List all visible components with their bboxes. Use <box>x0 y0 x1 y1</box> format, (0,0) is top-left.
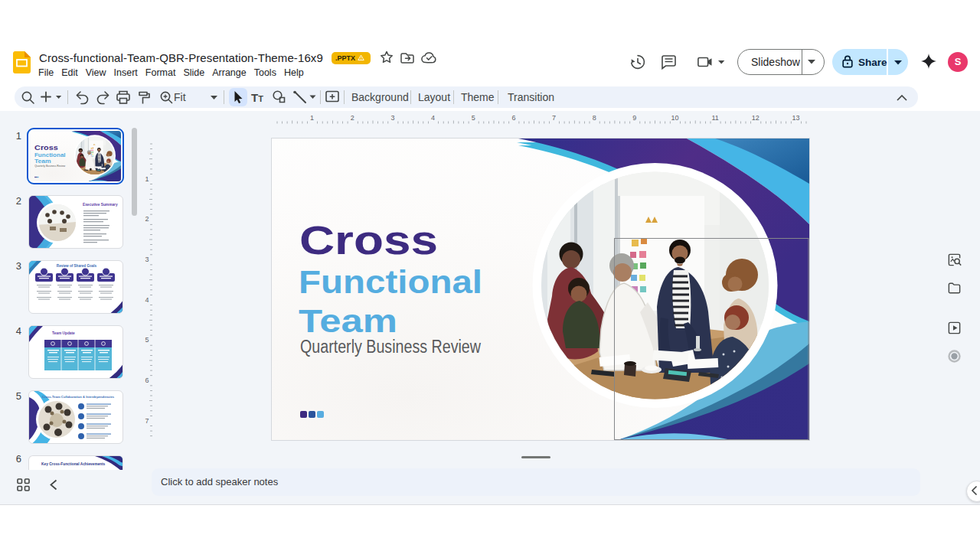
svg-text:11: 11 <box>711 114 718 122</box>
svg-text:3: 3 <box>145 256 149 263</box>
svg-text:Key Cross-Functional Achieveme: Key Cross-Functional Achievements <box>41 462 106 466</box>
svg-text:7: 7 <box>552 114 556 122</box>
svg-text:12: 12 <box>752 114 760 122</box>
svg-text:4: 4 <box>145 296 149 304</box>
svg-text:13: 13 <box>792 114 799 122</box>
svg-text:Cross: Cross <box>34 144 58 152</box>
svg-text:3: 3 <box>390 114 394 122</box>
svg-text:5: 5 <box>145 336 149 344</box>
svg-text:10: 10 <box>671 114 678 122</box>
svg-text:Functional: Functional <box>34 152 66 158</box>
svg-text:Team Update: Team Update <box>52 331 75 335</box>
svg-text:Executive Summary: Executive Summary <box>83 203 118 207</box>
svg-text:2: 2 <box>145 215 149 223</box>
svg-text:Functional: Functional <box>299 264 482 300</box>
svg-text:1: 1 <box>145 175 149 183</box>
svg-text:6: 6 <box>511 114 515 122</box>
svg-text:Quarterly Business Review: Quarterly Business Review <box>34 164 65 168</box>
svg-text:9: 9 <box>632 114 636 122</box>
svg-text:6: 6 <box>145 377 149 384</box>
svg-text:Quarterly Business Review: Quarterly Business Review <box>300 337 481 357</box>
svg-text:7: 7 <box>145 417 149 425</box>
svg-text:Team: Team <box>299 303 397 339</box>
svg-text:Team: Team <box>34 158 51 164</box>
svg-text:1: 1 <box>310 114 314 122</box>
svg-text:2: 2 <box>351 114 354 122</box>
svg-text:Cross: Cross <box>299 219 438 262</box>
svg-text:Review of Shared Goals: Review of Shared Goals <box>57 264 97 268</box>
svg-text:4: 4 <box>431 114 435 122</box>
svg-text:5: 5 <box>472 114 475 122</box>
svg-text:8: 8 <box>593 114 596 122</box>
svg-text:Cross-Team Collaboration & Int: Cross-Team Collaboration & Interdependen… <box>42 395 115 399</box>
